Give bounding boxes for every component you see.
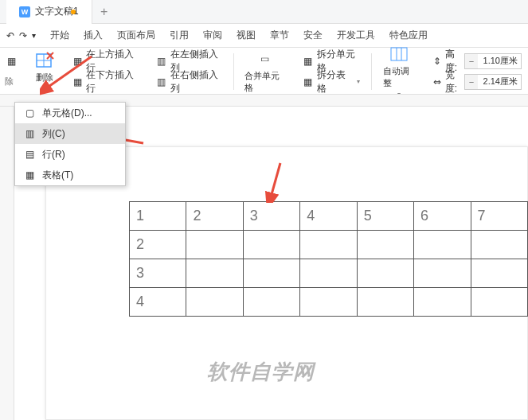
- width-spinner[interactable]: −: [464, 74, 522, 90]
- autofit-label: 自动调整: [383, 65, 415, 89]
- table-cell[interactable]: 1: [130, 202, 186, 231]
- chevron-down-icon: ▾: [357, 78, 360, 85]
- width-input[interactable]: [478, 75, 521, 89]
- ribbon-item-top[interactable]: ▦: [2, 52, 21, 70]
- watermark: 软件自学网: [207, 358, 315, 386]
- table-cell[interactable]: 4: [300, 202, 357, 231]
- decr-button[interactable]: −: [465, 75, 478, 89]
- col-left-icon: ▥: [155, 55, 166, 68]
- table-row[interactable]: 3: [130, 259, 528, 288]
- insert-rows-group: ▦在上方插入行 ▦在下方插入行: [65, 52, 144, 91]
- table-cell[interactable]: [300, 231, 357, 259]
- document-tab[interactable]: W 文字文稿1: [6, 0, 92, 24]
- row-above-icon: ▦: [72, 55, 83, 68]
- table-cell[interactable]: 2: [130, 231, 186, 259]
- delete-dropdown: ▢单元格(D)... ▥列(C) ▤行(R) ▦表格(T): [14, 102, 126, 186]
- table-cell[interactable]: [414, 288, 471, 317]
- menu-layout[interactable]: 页面布局: [117, 29, 155, 42]
- table-row[interactable]: 1 2 3 4 5 6 7: [130, 202, 528, 231]
- table-cell[interactable]: [243, 259, 299, 288]
- menu-security[interactable]: 安全: [303, 29, 323, 42]
- table-cell[interactable]: 4: [130, 288, 186, 317]
- row-below-icon: ▦: [72, 76, 83, 88]
- table-row[interactable]: 4: [130, 288, 528, 317]
- table-cell[interactable]: [300, 259, 357, 288]
- insert-col-right[interactable]: ▥在右侧插入列: [152, 73, 225, 91]
- dd-table-label: 表格(T): [42, 169, 73, 182]
- width-icon: ⇔: [432, 76, 442, 88]
- insert-below-label: 在下方插入行: [86, 68, 138, 95]
- table-cell[interactable]: [300, 288, 357, 317]
- table-cell[interactable]: 7: [471, 202, 527, 231]
- table-cell[interactable]: [471, 288, 527, 317]
- width-label: 宽度:: [445, 68, 461, 95]
- merge-cells-button: ▭ 合并单元格: [238, 48, 291, 95]
- split-cells[interactable]: ▦拆分单元格: [299, 52, 363, 70]
- delete-table-icon: [35, 51, 54, 70]
- unsaved-indicator: [71, 10, 76, 14]
- dd-column[interactable]: ▥列(C): [15, 123, 125, 144]
- table-cell[interactable]: [186, 231, 243, 259]
- insert-row-above[interactable]: ▦在上方插入行: [68, 52, 141, 70]
- vertical-ruler: [0, 107, 14, 420]
- table-cell[interactable]: [243, 288, 299, 317]
- row-delete-icon: ▤: [23, 148, 36, 161]
- table-cell[interactable]: 2: [186, 202, 243, 231]
- separator: [371, 53, 372, 90]
- menu-chapter[interactable]: 章节: [270, 29, 289, 42]
- menu-ref[interactable]: 引用: [170, 29, 189, 42]
- dd-cell[interactable]: ▢单元格(D)...: [15, 103, 125, 123]
- split-table[interactable]: ▦拆分表格▾: [299, 73, 363, 91]
- table-cell[interactable]: 3: [130, 259, 186, 288]
- dd-table[interactable]: ▦表格(T): [15, 165, 125, 185]
- delete-button[interactable]: 删除 ▾: [29, 49, 61, 94]
- height-input[interactable]: [478, 54, 521, 68]
- menu-review[interactable]: 审阅: [203, 29, 222, 42]
- menu-view[interactable]: 视图: [237, 29, 256, 42]
- document-table[interactable]: 1 2 3 4 5 6 7 2 3 4: [129, 201, 528, 317]
- table-cell[interactable]: 5: [357, 202, 413, 231]
- new-tab-button[interactable]: +: [92, 5, 116, 19]
- autofit-button[interactable]: 自动调整 ▾: [377, 43, 421, 99]
- insert-row-below[interactable]: ▦在下方插入行: [68, 73, 141, 91]
- decr-button[interactable]: −: [465, 54, 478, 68]
- ribbon-item-bottom[interactable]: 除: [2, 73, 21, 91]
- table-cell[interactable]: [414, 231, 471, 259]
- table-cell[interactable]: 3: [243, 202, 299, 231]
- menu-special[interactable]: 特色应用: [389, 29, 428, 42]
- dd-cell-label: 单元格(D)...: [42, 107, 92, 120]
- insert-col-left[interactable]: ▥在左侧插入列: [152, 52, 225, 70]
- table-cell[interactable]: [186, 259, 243, 288]
- table-cell[interactable]: [357, 259, 413, 288]
- doc-icon: W: [19, 6, 30, 18]
- table-cell[interactable]: [357, 231, 413, 259]
- width-row: ⇔ 宽度: −: [429, 73, 525, 91]
- height-spinner[interactable]: −: [464, 53, 522, 69]
- cell-delete-icon: ▢: [23, 107, 36, 119]
- dd-row-label: 行(R): [42, 148, 65, 161]
- table-cell[interactable]: [414, 259, 471, 288]
- separator: [233, 53, 234, 90]
- split-table-label: 拆分表格: [317, 68, 352, 95]
- table-cell[interactable]: [471, 259, 527, 288]
- table-cell[interactable]: 6: [414, 202, 471, 231]
- table-cell[interactable]: [243, 231, 299, 259]
- table-cell[interactable]: [357, 288, 413, 317]
- undo-icon[interactable]: ↶: [6, 30, 14, 41]
- qa-dropdown-icon[interactable]: ▾: [32, 31, 36, 40]
- table-cell[interactable]: [471, 231, 527, 259]
- column-delete-icon: ▥: [23, 127, 36, 140]
- menubar: ↶ ↷ ▾ 开始 插入 页面布局 引用 审阅 视图 章节 安全 开发工具 特色应…: [0, 24, 528, 48]
- table-delete-icon: ▦: [23, 169, 36, 181]
- menu-tabs: 开始 插入 页面布局 引用 审阅 视图 章节 安全 开发工具 特色应用: [50, 29, 428, 42]
- ribbon: ▦ 除 删除 ▾ ▦在上方插入行 ▦在下方插入行 ▥在左侧插入列 ▥在右侧插入列…: [0, 48, 528, 95]
- document-tabbar: W 文字文稿1 +: [0, 0, 528, 24]
- redo-icon[interactable]: ↷: [19, 30, 27, 41]
- table-cell[interactable]: [186, 288, 243, 317]
- menu-insert[interactable]: 插入: [84, 29, 103, 42]
- autofit-icon: [389, 45, 409, 64]
- menu-start[interactable]: 开始: [50, 29, 69, 42]
- table-row[interactable]: 2: [130, 231, 528, 259]
- dd-row[interactable]: ▤行(R): [15, 144, 125, 165]
- menu-dev[interactable]: 开发工具: [337, 29, 375, 42]
